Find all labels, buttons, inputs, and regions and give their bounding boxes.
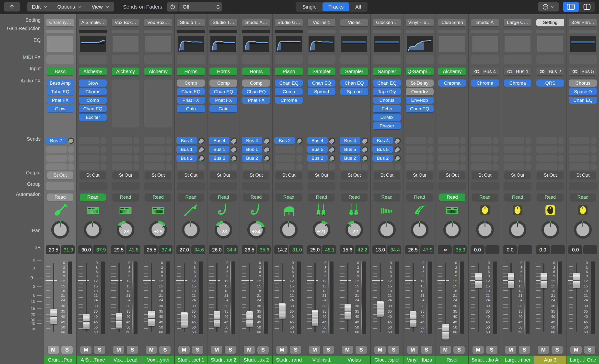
output-slot[interactable]: St Out (407, 171, 433, 179)
audio-fx-slot[interactable]: Overdrv (406, 88, 434, 95)
send-slot-empty[interactable] (569, 155, 589, 162)
send-slot-empty[interactable] (536, 155, 557, 162)
midi-fx-slot[interactable] (504, 55, 531, 64)
midi-fx-slot[interactable] (46, 55, 74, 64)
input-slot[interactable]: Bus 4 (471, 68, 499, 75)
solo-button[interactable]: S (192, 346, 203, 354)
output-slot[interactable]: St Out (80, 171, 106, 179)
send-slot-empty[interactable] (144, 146, 165, 153)
input-slot[interactable]: Bus 5 (569, 68, 597, 75)
channel-setting-button[interactable]: Setting (536, 19, 564, 26)
mute-button[interactable]: M (374, 346, 386, 354)
output-slot[interactable]: St Out (472, 171, 498, 179)
audio-fx-slot[interactable]: Chan EQ (79, 105, 107, 112)
group-slot[interactable] (144, 182, 172, 190)
eq-display[interactable] (80, 36, 106, 52)
volume-value[interactable]: -20.5 (46, 245, 60, 254)
eq-display[interactable] (341, 36, 367, 52)
volume-fader[interactable] (410, 311, 416, 327)
edit-menu[interactable]: Edit (27, 2, 52, 11)
group-slot[interactable] (242, 182, 270, 190)
input-slot[interactable]: Alchemy (112, 68, 139, 75)
sends-on-faders-select[interactable]: Off (179, 2, 222, 11)
track-name[interactable]: Vinyl - Ibiza (403, 356, 436, 364)
audio-fx-slot[interactable]: Space D (569, 88, 597, 95)
group-slot[interactable] (112, 182, 139, 190)
midi-fx-slot[interactable] (471, 55, 499, 64)
send-knob[interactable] (394, 154, 401, 162)
send-slot[interactable]: Bus 4 (242, 137, 262, 144)
audio-fx-slot[interactable]: Spread (308, 88, 335, 95)
send-knob[interactable] (361, 137, 369, 145)
volume-value[interactable]: 0.0 (536, 245, 550, 254)
volume-value[interactable]: -26.5 (242, 245, 256, 254)
send-knob[interactable] (230, 154, 238, 162)
send-slot-empty[interactable] (438, 163, 459, 170)
output-slot[interactable]: St Out (178, 171, 204, 179)
midi-fx-slot[interactable] (144, 55, 172, 64)
midi-fx-slot[interactable] (308, 55, 335, 64)
sends-on-faders-power-button[interactable] (167, 2, 179, 11)
eq-display[interactable] (472, 36, 498, 52)
solo-button[interactable]: S (127, 346, 138, 354)
volume-fader[interactable] (116, 313, 122, 329)
group-slot[interactable] (46, 182, 74, 190)
send-slot[interactable]: Bus 4 (372, 137, 393, 144)
output-slot[interactable]: St Out (439, 171, 465, 179)
volume-value[interactable]: 0.0 (503, 245, 517, 254)
volume-fader[interactable] (148, 311, 155, 326)
audio-fx-slot[interactable]: Comp (242, 80, 270, 87)
view-mode-all[interactable]: All (349, 2, 367, 11)
audio-fx-slot[interactable]: Gain (177, 105, 205, 112)
send-slot-empty[interactable] (504, 163, 524, 170)
audio-fx-slot[interactable]: St-Delay (406, 80, 434, 87)
volume-fader[interactable] (475, 273, 482, 288)
send-slot-empty[interactable] (79, 146, 99, 153)
audio-fx-slot[interactable]: Envelop (406, 97, 434, 104)
channel-setting-button[interactable]: Glocken… (373, 19, 401, 26)
send-slot-empty[interactable] (438, 137, 459, 144)
send-knob[interactable] (394, 146, 401, 153)
track-name[interactable]: Studi…ax 2 (207, 356, 240, 364)
solo-button[interactable]: S (388, 346, 399, 354)
midi-fx-slot[interactable] (79, 55, 107, 64)
send-slot[interactable]: Bus 4 (209, 137, 230, 144)
midi-fx-slot[interactable] (242, 55, 270, 64)
midi-fx-slot[interactable] (373, 55, 401, 64)
midi-fx-slot[interactable] (406, 55, 434, 64)
send-knob[interactable] (329, 146, 336, 153)
send-slot-empty[interactable] (144, 137, 165, 144)
volume-fader[interactable] (214, 311, 220, 327)
volume-value[interactable]: -13.0 (372, 245, 386, 254)
pan-knob[interactable] (181, 220, 201, 240)
send-slot-empty[interactable] (177, 163, 197, 170)
solo-button[interactable]: S (356, 346, 367, 354)
solo-button[interactable]: S (552, 346, 563, 354)
audio-fx-slot[interactable]: Chroma (471, 80, 499, 87)
track-name[interactable]: Crun…Pop (44, 356, 76, 364)
audio-fx-slot[interactable]: Tape Dly (373, 88, 401, 95)
send-slot-empty[interactable] (536, 146, 557, 153)
send-slot[interactable]: Bus 4 (176, 137, 197, 144)
mute-button[interactable]: M (211, 346, 222, 354)
channel-setting-button[interactable]: Vox Box… (112, 19, 139, 26)
group-slot[interactable] (471, 182, 499, 190)
audio-fx-slot[interactable]: Chorus (373, 97, 401, 104)
send-slot-empty[interactable] (569, 146, 589, 153)
audio-fx-slot[interactable]: Chan EQ (242, 88, 270, 95)
pan-knob[interactable] (50, 220, 70, 240)
track-name[interactable]: Violas (338, 356, 370, 364)
group-slot[interactable] (373, 182, 401, 190)
send-slot[interactable]: Bus 2 (242, 155, 262, 162)
audio-fx-slot[interactable]: Chan EQ (569, 97, 597, 104)
track-name[interactable]: Aux 3 (534, 356, 566, 364)
eq-display[interactable] (374, 36, 400, 52)
audio-fx-slot[interactable]: Glow (46, 105, 74, 112)
solo-button[interactable]: S (323, 346, 334, 354)
audio-fx-slot[interactable]: Phat FX (177, 97, 205, 104)
group-slot[interactable] (569, 182, 597, 190)
send-slot-empty[interactable] (209, 163, 230, 170)
send-slot-empty[interactable] (46, 163, 67, 170)
output-slot[interactable]: St Out (537, 171, 563, 179)
send-slot-empty[interactable] (504, 146, 524, 153)
